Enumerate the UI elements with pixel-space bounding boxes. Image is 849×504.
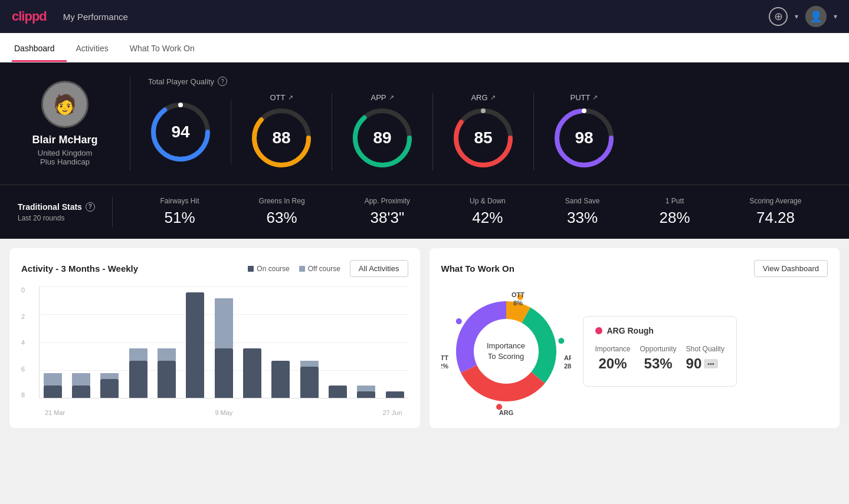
scores-section: Total Player Quality ? 94 (130, 77, 831, 170)
y-axis: 8 6 4 2 0 (21, 286, 33, 398)
app-label: APP ↗ (371, 93, 394, 102)
metric-shotquality: Shot Quality 90 ▪▪▪ (686, 345, 725, 372)
activity-title: Activity - 3 Months - Weekly (21, 263, 138, 274)
detail-metrics: Importance 20% Opportunity 53% Shot Qual… (595, 345, 725, 372)
off-course-bar (215, 298, 233, 348)
chart-bars (39, 286, 408, 398)
off-course-bar (100, 373, 119, 380)
off-course-dot (299, 266, 305, 272)
bottom-section: Activity - 3 Months - Weekly On course O… (0, 239, 849, 437)
arg-arrow: ↗ (490, 94, 496, 101)
bar-group (153, 286, 179, 398)
bar-group (239, 286, 265, 398)
bar-group (324, 286, 350, 398)
arg-value: 85 (474, 129, 492, 147)
on-course-bar (357, 391, 375, 398)
svg-text:OTT: OTT (512, 291, 525, 298)
bar-group (211, 286, 237, 398)
stat-updown: Up & Down 42% (470, 197, 506, 227)
ott-label: OTT ↗ (270, 93, 293, 102)
metric-importance: Importance 20% (595, 345, 631, 372)
detail-card: ARG Rough Importance 20% Opportunity 53%… (583, 316, 737, 387)
on-course-bar (158, 361, 176, 398)
top-navigation: clippd My Performance ⊕ ▾ 👤 ▾ (0, 0, 849, 33)
on-course-bar (215, 348, 233, 398)
off-course-bar (158, 348, 176, 361)
putt-arrow: ↗ (592, 94, 598, 101)
bar-group (296, 286, 322, 398)
work-card: What To Work On View Dashboard OTT8%APP2… (430, 248, 840, 428)
score-putt: PUTT ↗ 98 (534, 93, 634, 170)
stat-oneputt: 1 Putt 28% (660, 197, 690, 227)
on-course-bar (100, 379, 119, 398)
svg-text:PUTT: PUTT (441, 354, 448, 361)
svg-point-9 (481, 108, 486, 113)
on-course-dot (248, 266, 254, 272)
ring-ott: 88 (249, 106, 314, 170)
svg-text:APP: APP (564, 354, 571, 361)
player-name: Blair McHarg (32, 134, 97, 146)
all-activities-button[interactable]: All Activities (350, 260, 408, 277)
putt-label: PUTT ↗ (571, 93, 598, 102)
stat-sandsave: Sand Save 33% (565, 197, 600, 227)
svg-text:8%: 8% (513, 299, 523, 307)
nav-right: ⊕ ▾ 👤 ▾ (769, 6, 837, 27)
ring-putt: 98 (552, 106, 617, 170)
bar-group (97, 286, 123, 398)
ott-arrow: ↗ (288, 94, 293, 101)
ring-arg: 85 (451, 106, 516, 170)
stats-row: Traditional Stats ? Last 20 rounds Fairw… (0, 185, 849, 239)
detail-dot (595, 327, 602, 334)
stats-values: Fairways Hit 51% Greens In Reg 63% App. … (112, 197, 831, 227)
activity-card: Activity - 3 Months - Weekly On course O… (9, 248, 420, 428)
tabs-bar: Dashboard Activities What To Work On (0, 33, 849, 62)
bar-group (182, 286, 208, 398)
total-quality-label: Total Player Quality ? (148, 77, 831, 86)
arg-label: ARG ↗ (471, 93, 495, 102)
bar-group (68, 286, 94, 398)
on-course-bar (186, 292, 204, 398)
avatar[interactable]: 👤 (805, 6, 827, 27)
svg-point-2 (178, 103, 183, 107)
tab-dashboard[interactable]: Dashboard (12, 35, 67, 62)
avatar: 🧑 (41, 81, 88, 128)
player-info: 🧑 Blair McHarg United Kingdom Plus Handi… (18, 81, 112, 166)
stat-greens: Greens In Reg 63% (259, 197, 305, 227)
work-title: What To Work On (441, 263, 514, 274)
ring-total: 94 (148, 100, 213, 164)
score-total: 94 (148, 100, 231, 164)
info-icon[interactable]: ? (218, 77, 227, 86)
total-value: 94 (171, 123, 189, 141)
svg-text:28%: 28% (564, 363, 571, 370)
chart-area: 8 6 4 2 0 21 Mar 9 May 27 Jun (21, 286, 408, 416)
svg-text:ARG: ARG (499, 409, 513, 416)
score-ott: OTT ↗ 88 (231, 93, 332, 170)
donut-chart: OTT8%APP28%ARG32%PUTT32% ImportanceTo Sc… (441, 286, 571, 416)
stat-fairways: Fairways Hit 51% (160, 197, 199, 227)
add-button[interactable]: ⊕ (769, 7, 788, 26)
on-course-bar (44, 386, 62, 398)
on-course-bar (300, 367, 319, 398)
work-content: OTT8%APP28%ARG32%PUTT32% ImportanceTo Sc… (441, 286, 828, 416)
score-rings: 94 OTT ↗ 88 (148, 93, 831, 170)
hero-section: 🧑 Blair McHarg United Kingdom Plus Handi… (0, 62, 849, 185)
donut-segment-putt (456, 301, 506, 373)
activity-card-header: Activity - 3 Months - Weekly On course O… (21, 260, 408, 277)
player-handicap: Plus Handicap (40, 157, 90, 166)
donut-segment-arg (461, 365, 545, 401)
logo: clippd My Performance (12, 9, 128, 24)
x-axis-labels: 21 Mar 9 May 27 Jun (39, 409, 408, 416)
off-course-bar (44, 373, 62, 386)
tab-activities[interactable]: Activities (74, 35, 120, 62)
on-course-bar (72, 386, 90, 398)
on-course-bar (129, 361, 147, 398)
view-dashboard-button[interactable]: View Dashboard (754, 260, 828, 277)
ott-value: 88 (272, 129, 290, 147)
detail-title: ARG Rough (595, 326, 725, 335)
logo-text: clippd (12, 9, 47, 24)
on-course-bar (243, 348, 261, 398)
tab-what-to-work-on[interactable]: What To Work On (127, 35, 206, 62)
player-country: United Kingdom (38, 149, 93, 157)
stats-info-icon[interactable]: ? (86, 202, 95, 212)
stat-title: Traditional Stats ? (18, 202, 112, 212)
